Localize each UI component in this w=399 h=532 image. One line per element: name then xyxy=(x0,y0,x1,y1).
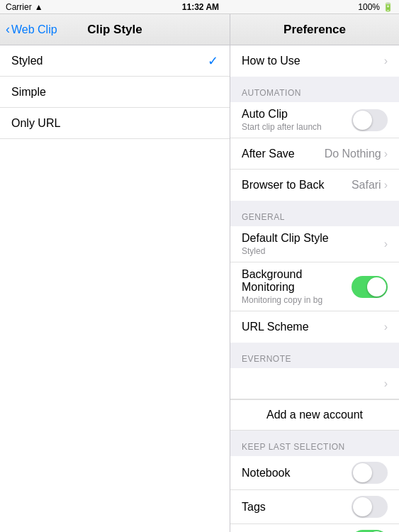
how-to-use-item[interactable]: How to Use › xyxy=(230,45,399,77)
after-save-label: After Save xyxy=(242,148,295,160)
toggle-knob xyxy=(353,463,372,482)
browser-to-back-value: Safari xyxy=(352,179,381,192)
notebook-toggle[interactable] xyxy=(352,462,388,484)
add-account-row[interactable]: Add a new account xyxy=(230,399,399,431)
background-monitoring-toggle[interactable] xyxy=(352,276,388,298)
after-save-value: Do Nothing xyxy=(325,148,381,160)
left-panel: ‹ Web Clip Clip Style Styled ✓ Simple On… xyxy=(0,14,230,532)
auto-clip-label: Auto Clip xyxy=(242,108,322,121)
evernote-header: EVERNOTE xyxy=(230,343,399,368)
chevron-icon: › xyxy=(384,377,388,390)
clip-style-list: Styled ✓ Simple Only URL xyxy=(0,45,230,532)
automation-list: Auto Clip Start clip after launch After … xyxy=(230,102,399,201)
keep-last-selection-section: KEEP LAST SELECTION Notebook xyxy=(230,431,399,532)
auto-clip-toggle[interactable] xyxy=(352,109,388,131)
general-section: GENERAL Default Clip Style Styled › Back… xyxy=(230,201,399,343)
checkmark-icon: ✓ xyxy=(208,53,218,69)
background-monitoring-label: Background Monitoring xyxy=(242,268,352,294)
url-scheme-label: URL Scheme xyxy=(242,321,309,333)
evernote-chevron-row[interactable]: › xyxy=(230,368,399,399)
toggle-knob xyxy=(353,111,372,130)
left-nav-bar: ‹ Web Clip Clip Style xyxy=(0,14,230,45)
nav-back-button[interactable]: ‹ Web Clip xyxy=(6,22,57,37)
default-clip-style-label: Default Clip Style xyxy=(242,232,329,245)
chevron-icon: › xyxy=(384,321,388,333)
battery-label: 100% xyxy=(358,2,380,12)
left-nav-title: Clip Style xyxy=(87,23,142,37)
auto-clip-sublabel: Start clip after launch xyxy=(242,122,322,132)
clip-style-item: Clip Style xyxy=(230,524,399,532)
how-to-use-label: How to Use xyxy=(242,55,300,67)
status-right: 100% 🔋 xyxy=(358,2,393,12)
right-nav-bar: Preference xyxy=(230,14,399,45)
item-label-styled: Styled xyxy=(11,55,43,67)
default-clip-style-sublabel: Styled xyxy=(242,246,329,256)
item-label-simple: Simple xyxy=(11,86,46,99)
list-item[interactable]: Only URL xyxy=(0,108,230,139)
automation-header: AUTOMATION xyxy=(230,77,399,102)
carrier-label: Carrier xyxy=(6,2,32,12)
toggle-knob xyxy=(367,277,386,297)
toggle-knob xyxy=(353,497,372,516)
battery-icon: 🔋 xyxy=(383,2,393,12)
list-item[interactable]: Simple xyxy=(0,77,230,108)
keep-last-selection-header: KEEP LAST SELECTION xyxy=(230,431,399,456)
notebook-item: Notebook xyxy=(230,456,399,490)
evernote-section: EVERNOTE › Add a new account xyxy=(230,343,399,431)
how-to-use-section: How to Use › xyxy=(230,45,399,77)
chevron-icon: › xyxy=(384,55,388,67)
tags-item: Tags xyxy=(230,490,399,524)
add-account-label: Add a new account xyxy=(266,409,363,421)
back-chevron-icon: ‹ xyxy=(6,22,10,37)
keep-last-selection-list: Notebook Tags xyxy=(230,456,399,532)
general-header: GENERAL xyxy=(230,201,399,226)
back-label: Web Clip xyxy=(11,23,57,36)
auto-clip-item: Auto Clip Start clip after launch xyxy=(230,102,399,138)
list-item[interactable]: Styled ✓ xyxy=(0,45,230,77)
chevron-icon: › xyxy=(384,238,388,250)
notebook-label: Notebook xyxy=(242,467,291,480)
after-save-item[interactable]: After Save Do Nothing › xyxy=(230,138,399,170)
chevron-icon: › xyxy=(384,148,388,160)
chevron-icon: › xyxy=(384,179,388,192)
status-left: Carrier ▲ xyxy=(6,2,43,12)
tags-toggle[interactable] xyxy=(352,496,388,518)
wifi-icon: ▲ xyxy=(35,2,43,12)
automation-section: AUTOMATION Auto Clip Start clip after la… xyxy=(230,77,399,201)
right-nav-title: Preference xyxy=(283,23,346,37)
main-container: ‹ Web Clip Clip Style Styled ✓ Simple On… xyxy=(0,14,399,532)
default-clip-style-item[interactable]: Default Clip Style Styled › xyxy=(230,226,399,262)
browser-to-back-item[interactable]: Browser to Back Safari › xyxy=(230,170,399,201)
general-list: Default Clip Style Styled › Background M… xyxy=(230,226,399,343)
background-monitoring-sublabel: Monitoring copy in bg xyxy=(242,295,352,305)
background-monitoring-item: Background Monitoring Monitoring copy in… xyxy=(230,262,399,311)
status-bar: Carrier ▲ 11:32 AM 100% 🔋 xyxy=(0,0,399,14)
tags-label: Tags xyxy=(242,501,266,514)
url-scheme-item[interactable]: URL Scheme › xyxy=(230,311,399,343)
right-panel: Preference How to Use › AUTOMATION Auto … xyxy=(230,14,399,532)
status-time: 11:32 AM xyxy=(182,2,219,12)
browser-to-back-label: Browser to Back xyxy=(242,179,324,192)
item-label-only-url: Only URL xyxy=(11,117,60,130)
